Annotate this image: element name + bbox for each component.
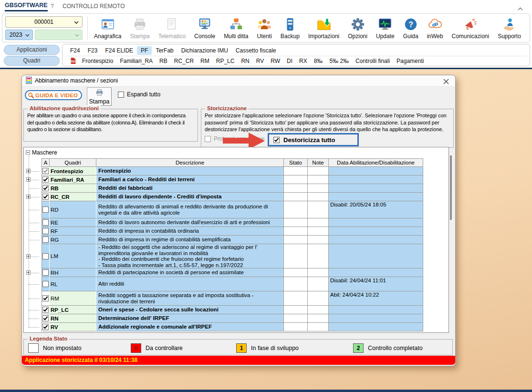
update-toolbar-button[interactable]: Update xyxy=(372,17,399,40)
row-checkbox[interactable] xyxy=(42,206,49,213)
note-cell xyxy=(308,201,329,218)
quadri-cell: RP_LC xyxy=(50,306,96,314)
table-row-lm[interactable]: LM- Reddito dei soggetti che aderiscono … xyxy=(42,244,423,268)
tab-di[interactable]: DI xyxy=(283,57,296,65)
column-header-note[interactable]: Note xyxy=(308,158,329,167)
table-row-frontespizio[interactable]: FrontespizioFrontespizio xyxy=(42,167,423,175)
toolbar-button-label: Multi ditta xyxy=(224,33,248,40)
data-abilitazione-cell xyxy=(329,323,423,331)
tab-frontespizio[interactable]: Frontespizio xyxy=(79,57,116,65)
guida-toolbar-button[interactable]: ?Guida xyxy=(399,17,423,40)
legend-label: Non impostato xyxy=(43,345,82,351)
column-header-stato[interactable]: Stato xyxy=(284,158,308,167)
espandi-tutto-checkbox[interactable]: Espandi tutto xyxy=(118,91,160,98)
column-header-descrizione[interactable]: Descrizione xyxy=(96,158,284,167)
utenti-toolbar-button[interactable]: Utenti xyxy=(252,17,276,40)
tab-8‰[interactable]: 8‰ xyxy=(311,57,326,65)
table-row-rn[interactable]: RNDeterminazione dell' IRPEF xyxy=(42,314,423,323)
tab-familiari_ra[interactable]: Familiari_RA xyxy=(116,57,156,65)
table-row-rl[interactable]: RLAltri redditiDisabil: 24/04/24 11:01 xyxy=(42,277,423,291)
tree-root-label[interactable]: Maschere xyxy=(32,149,57,156)
row-checkbox[interactable] xyxy=(42,219,49,226)
inweb-toolbar-button[interactable]: inWeb xyxy=(423,17,448,40)
stampa-button[interactable]: Stampa xyxy=(87,87,112,106)
tab-cassetto-fiscale[interactable]: Cassetto fiscale xyxy=(232,46,280,55)
importazioni-toolbar-button[interactable]: Importazioni xyxy=(304,17,344,40)
comunicazioni-toolbar-button[interactable]: Comunicazioni xyxy=(447,17,493,40)
tab-controlli-finali[interactable]: Controlli finali xyxy=(352,57,393,65)
stato-cell xyxy=(284,201,308,218)
row-checkbox[interactable] xyxy=(42,315,49,321)
table-row-rd[interactable]: RDReddito di allevamento di animali e re… xyxy=(42,201,423,218)
tab-pf[interactable]: PF xyxy=(137,46,152,55)
row-checkbox[interactable] xyxy=(42,194,49,200)
row-checkbox[interactable] xyxy=(42,168,49,174)
table-row-rm[interactable]: RMRedditi soggetti a tassazione separata… xyxy=(42,291,423,306)
pdf-icon[interactable]: PDF xyxy=(70,57,76,64)
table-row-rf[interactable]: RFReddito di impresa in contabilità ordi… xyxy=(42,227,423,236)
tab-rx[interactable]: RX xyxy=(296,57,311,65)
row-checkbox[interactable] xyxy=(42,176,49,183)
column-header-data-abilitazione-disabilitazione[interactable]: Data Abilitazione/Disabilitazione xyxy=(329,158,423,167)
tab-f24[interactable]: F24 xyxy=(66,46,84,55)
tab-5‰-2‰[interactable]: 5‰ 2‰ xyxy=(326,57,352,65)
applicazioni-button[interactable]: Applicazioni xyxy=(4,45,60,55)
table-row-rc_cr[interactable]: RC_CRRedditi di lavoro dipendente - Cred… xyxy=(42,193,423,201)
console-toolbar-button[interactable]: Console xyxy=(190,17,219,40)
tab-pagamenti[interactable]: Pagamenti xyxy=(393,57,427,65)
destoricizza-checkbox[interactable] xyxy=(273,137,280,143)
tab-rn[interactable]: RN xyxy=(238,57,252,65)
tab-terfab[interactable]: TerFab xyxy=(152,46,177,55)
table-row-rb[interactable]: RBRedditi dei fabbricati xyxy=(42,184,423,193)
table-row-familiari_ra[interactable]: Familiari_RAFamiliari a carico - Redditi… xyxy=(42,175,423,184)
tab-rm[interactable]: RM xyxy=(197,57,213,65)
menu-gbsoftware[interactable]: GBSOFTWARE xyxy=(5,2,48,11)
quadri-cell: RD xyxy=(50,201,96,218)
abilitazione-title: Abilitazione quadri/sezioni xyxy=(28,105,101,111)
tab-f24-elide[interactable]: F24 ELIDE xyxy=(101,46,137,55)
legend-label: Controllo completato xyxy=(368,345,423,351)
collapse-chevron-icon[interactable] xyxy=(518,4,522,7)
guida-e-video-button[interactable]: GUIDA E VIDEO xyxy=(25,90,82,100)
checkbox[interactable] xyxy=(118,92,124,98)
table-row-re[interactable]: REReddito di lavoro autonomo derivante d… xyxy=(42,218,423,227)
checkbox[interactable] xyxy=(205,136,211,142)
supporto-toolbar-button[interactable]: Supporto xyxy=(493,17,525,40)
table-row-rv[interactable]: RVAddizionale regionale e comunale all'I… xyxy=(42,323,423,331)
row-checkbox[interactable] xyxy=(42,295,49,301)
row-checkbox[interactable] xyxy=(42,281,49,287)
tree-root-expander-icon[interactable] xyxy=(26,150,30,155)
tab-rw[interactable]: RW xyxy=(267,57,283,65)
client-code-select[interactable]: 000001 xyxy=(5,16,83,28)
tab-rc_cr[interactable]: RC_CR xyxy=(171,57,197,65)
table-row-rg[interactable]: RGReddito di impresa in regime di contab… xyxy=(42,236,423,244)
column-header-quadri[interactable]: Quadri xyxy=(50,158,96,167)
tab-rb[interactable]: RB xyxy=(156,57,171,65)
row-checkbox[interactable] xyxy=(42,237,49,243)
company-select[interactable] xyxy=(35,30,83,40)
column-header-a[interactable]: A xyxy=(42,158,50,167)
tab-dichiarazione-imu[interactable]: Dichiarazione IMU xyxy=(177,46,232,55)
year-select[interactable]: 2023 xyxy=(5,30,33,40)
tab-f23[interactable]: F23 xyxy=(84,46,102,55)
backup-toolbar-button[interactable]: Backup xyxy=(276,17,304,40)
vertical-scrollbar[interactable] xyxy=(450,155,452,220)
tab-rp_lc[interactable]: RP_LC xyxy=(213,57,238,65)
multi-ditta-toolbar-button[interactable]: Multi ditta xyxy=(219,17,252,40)
row-checkbox[interactable] xyxy=(42,324,49,330)
row-checkbox[interactable] xyxy=(42,228,49,234)
menu-controllo-remoto[interactable]: CONTROLLO REMOTO xyxy=(63,3,125,10)
row-checkbox[interactable] xyxy=(42,269,49,276)
opzioni-toolbar-button[interactable]: Opzioni xyxy=(344,17,372,40)
menu-help[interactable]: ? xyxy=(51,3,54,10)
tab-rv[interactable]: RV xyxy=(253,57,267,65)
legend-item-in-fase-di-sviluppo: 1In fase di sviluppo xyxy=(236,343,299,353)
row-checkbox[interactable] xyxy=(42,185,49,191)
row-checkbox[interactable] xyxy=(42,253,49,259)
table-row-rh[interactable]: RHRedditi di partecipazione in società d… xyxy=(42,268,423,277)
table-row-rp_lc[interactable]: RP_LCOneri e spese - Cedolare secca sull… xyxy=(42,306,423,314)
quadri-button[interactable]: Quadri xyxy=(4,56,60,66)
close-icon[interactable] xyxy=(443,78,449,86)
anagrafica-toolbar-button[interactable]: Anagrafica xyxy=(90,17,125,40)
row-checkbox[interactable] xyxy=(42,307,49,313)
